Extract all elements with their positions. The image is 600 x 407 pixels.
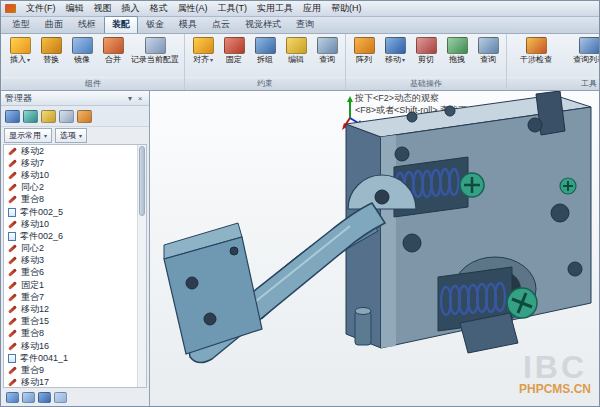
mirror-button[interactable]: 镜像	[67, 36, 97, 77]
sheet-icon[interactable]	[59, 110, 74, 123]
options-dropdown[interactable]: 选项 ▾	[55, 128, 87, 143]
merge-icon	[103, 37, 124, 54]
filter-dropdown[interactable]: 显示常用 ▾	[4, 128, 52, 143]
menu-apps[interactable]: 应用	[298, 2, 326, 15]
tree-item[interactable]: 重合6	[4, 267, 137, 279]
tree-item[interactable]: 移动16	[4, 340, 137, 352]
tree-item[interactable]: 重合7	[4, 291, 137, 303]
tree-item[interactable]: 移动2	[4, 145, 137, 157]
chevron-down-icon: ▾	[44, 132, 47, 139]
fix-button[interactable]: 固定	[219, 36, 249, 77]
gear-icon[interactable]	[77, 110, 92, 123]
tree-item[interactable]: 移动3	[4, 255, 137, 267]
glasses-icon[interactable]	[41, 110, 56, 123]
assembly-model[interactable]	[150, 91, 599, 406]
menu-edit[interactable]: 编辑	[61, 2, 89, 15]
menu-attributes[interactable]: 属性(A)	[173, 2, 213, 15]
cylinder-icon[interactable]	[23, 110, 38, 123]
tree-item-label: 重合15	[21, 315, 49, 328]
tree-item-label: 重合8	[21, 193, 44, 206]
chevron-down-icon: ▾	[210, 57, 213, 63]
manager-panel-title: 管理器	[5, 92, 32, 105]
tree-item-label: 同心2	[21, 242, 44, 255]
merge-label: 合并	[105, 56, 121, 64]
tree-item[interactable]: 移动12	[4, 303, 137, 315]
tree-item-label: 零件002_5	[20, 206, 63, 219]
tab-query[interactable]: 查询	[289, 17, 321, 33]
tree-item[interactable]: 零件002_5	[4, 206, 137, 218]
tab-pointcloud[interactable]: 点云	[205, 17, 237, 33]
tab-wireframe[interactable]: 线框	[71, 17, 103, 33]
layers-icon[interactable]	[6, 392, 19, 403]
tree-item[interactable]: 零件002_6	[4, 230, 137, 242]
tree-item-label: 零件0041_1	[20, 352, 68, 365]
record-config-button[interactable]: 记录当前配置	[129, 36, 181, 77]
tab-mold[interactable]: 模具	[172, 17, 204, 33]
panel-close-icon[interactable]: ×	[135, 94, 145, 103]
tree-item[interactable]: 重合15	[4, 316, 137, 328]
query-constraint-button[interactable]: 查询	[312, 36, 342, 77]
tab-surface[interactable]: 曲面	[38, 17, 70, 33]
tree-item[interactable]: 重合9	[4, 364, 137, 376]
viewport-3d[interactable]: 按下<F2>动态的观察 <F8>或者<Shift-roll> 查找下一个有效的过…	[150, 91, 599, 406]
group-title-constraints: 约束	[185, 77, 345, 90]
manager-panel-header: 管理器 ▾ ×	[1, 91, 149, 106]
move-button[interactable]: 移动▾	[380, 36, 410, 77]
tree-item[interactable]: 同心2	[4, 243, 137, 255]
interference-check-button[interactable]: 干涉检查	[510, 36, 562, 77]
query-label: 查询	[319, 56, 335, 64]
tree-item[interactable]: 移动10	[4, 218, 137, 230]
menu-help[interactable]: 帮助(H)	[326, 2, 367, 15]
chevron-down-icon: ▾	[402, 57, 405, 63]
replace-label: 替换	[43, 56, 59, 64]
tree-item[interactable]: 零件0041_1	[4, 352, 137, 364]
part-icon	[8, 232, 16, 241]
scrollbar-thumb[interactable]	[139, 146, 145, 216]
tree-item[interactable]: 固定1	[4, 279, 137, 291]
tab-sheetmetal[interactable]: 钣金	[139, 17, 171, 33]
mirror-label: 镜像	[74, 56, 90, 64]
group-title-components: 组件	[2, 77, 184, 90]
interference-check-label: 干涉检查	[520, 56, 552, 64]
tree-item-label: 同心2	[21, 181, 44, 194]
drag-button[interactable]: 拖拽	[442, 36, 472, 77]
edit-icon	[286, 37, 307, 54]
tree-item[interactable]: 移动17	[4, 377, 137, 387]
menu-format[interactable]: 格式	[145, 2, 173, 15]
settings-icon[interactable]	[54, 392, 67, 403]
menu-tools[interactable]: 工具(T)	[213, 2, 253, 15]
assembly-cube-icon[interactable]	[5, 110, 20, 123]
menu-utilities[interactable]: 实用工具	[252, 2, 298, 15]
menu-view[interactable]: 视图	[89, 2, 117, 15]
tree-item[interactable]: 移动10	[4, 169, 137, 181]
table-icon[interactable]	[22, 392, 35, 403]
cut-button[interactable]: 剪切	[411, 36, 441, 77]
align-button[interactable]: 对齐▾	[188, 36, 218, 77]
chevron-down-icon: ▾	[79, 132, 82, 139]
menu-file[interactable]: 文件(F)	[21, 2, 61, 15]
detach-button[interactable]: 拆组	[250, 36, 280, 77]
replace-button[interactable]: 替换	[36, 36, 66, 77]
insert-button[interactable]: 插入▾	[5, 36, 35, 77]
tree-item[interactable]: 移动7	[4, 157, 137, 169]
display-icon[interactable]	[38, 392, 51, 403]
tab-assembly[interactable]: 装配	[104, 16, 138, 33]
tree-item[interactable]: 重合8	[4, 328, 137, 340]
constraint-icon	[8, 159, 17, 168]
chevron-down-icon: ▾	[27, 57, 30, 63]
tree-item[interactable]: 同心2	[4, 182, 137, 194]
query-ops-button[interactable]: 查询	[473, 36, 503, 77]
constraint-icon	[8, 366, 17, 375]
constraint-icon	[8, 342, 17, 351]
panel-dropdown-icon[interactable]: ▾	[125, 94, 135, 103]
pattern-button[interactable]: 阵列	[349, 36, 379, 77]
merge-button[interactable]: 合并	[98, 36, 128, 77]
edit-constraint-button[interactable]: 编辑	[281, 36, 311, 77]
tab-visual-style[interactable]: 视觉样式	[238, 17, 288, 33]
menu-insert[interactable]: 插入	[117, 2, 145, 15]
drag-label: 拖拽	[449, 56, 465, 64]
tree-item[interactable]: 重合8	[4, 194, 137, 206]
tab-shape[interactable]: 造型	[5, 17, 37, 33]
query-list-button[interactable]: 查询列表	[563, 36, 600, 77]
tree-scrollbar[interactable]	[137, 145, 146, 387]
